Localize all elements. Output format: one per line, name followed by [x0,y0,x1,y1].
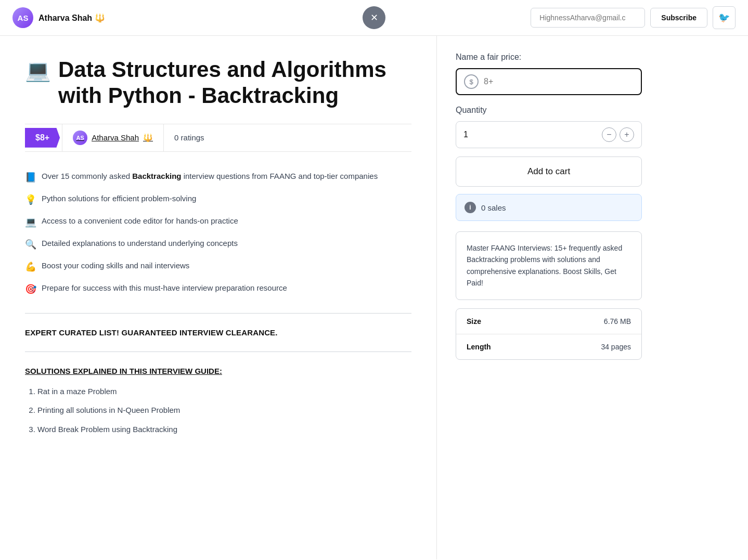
features-list: 📘 Over 15 commonly asked Backtracking in… [25,171,411,296]
header-right: Subscribe 🐦 [531,6,736,29]
author-text: Atharva Shah [38,14,92,22]
feature-3-icon: 💻 [25,215,36,229]
size-value: 6.76 MB [604,317,631,325]
divider-2 [25,351,411,352]
quantity-wrap: 1 − + [456,121,642,148]
product-icon: 💻 [25,58,51,83]
price-input-wrap[interactable]: $ [456,68,642,95]
feature-6: 🎯 Prepare for success with this must-hav… [25,282,411,296]
size-label: Size [467,317,481,325]
feature-1-text: Over 15 commonly asked Backtracking inte… [42,171,378,183]
feature-1: 📘 Over 15 commonly asked Backtracking in… [25,171,411,185]
quantity-controls: − + [602,127,634,142]
header-left: AS Atharva Shah 🔱 [12,7,105,28]
feature-1-icon: 📘 [25,171,36,185]
meta-author[interactable]: AS Atharva Shah 🔱 [62,124,164,151]
ratings: 0 ratings [164,127,215,148]
dollar-sign: $ [469,78,473,86]
description-box: Master FAANG Interviews: 15+ frequently … [456,231,642,300]
header-center: ✕ [363,6,385,29]
feature-5-text: Boost your coding skills and nail interv… [42,260,189,272]
meta-bar: $8+ AS Atharva Shah 🔱 0 ratings [25,124,411,152]
feature-5: 💪 Boost your coding skills and nail inte… [25,260,411,274]
description-text: Master FAANG Interviews: 15+ frequently … [467,244,622,287]
price-input[interactable] [484,77,634,86]
sales-banner: i 0 sales [456,194,642,221]
fair-price-label: Name a fair price: [456,53,642,62]
size-row: Size 6.76 MB [456,309,641,334]
feature-5-icon: 💪 [25,260,36,274]
email-input[interactable] [531,8,645,28]
meta-author-avatar: AS [73,131,87,145]
subscribe-button[interactable]: Subscribe [650,8,707,28]
length-label: Length [467,343,491,351]
product-title-text: Data Structures and Algorithms with Pyth… [58,57,411,109]
quantity-label: Quantity [456,106,642,115]
sales-text: 0 sales [481,203,506,212]
header-author-name: Atharva Shah 🔱 [38,13,105,23]
avatar: AS [12,7,33,28]
dollar-icon: $ [464,74,479,89]
header: AS Atharva Shah 🔱 ✕ Subscribe 🐦 [0,0,748,36]
solution-1: Rat in a maze Problem [37,386,411,398]
quantity-increase-button[interactable]: + [620,127,634,142]
twitter-icon: 🐦 [718,12,730,23]
info-icon: i [465,202,476,213]
meta-table: Size 6.76 MB Length 34 pages [456,308,642,360]
price-badge: $8+ [25,128,60,148]
meta-author-emoji: 🔱 [143,133,153,142]
feature-2: 💡 Python solutions for efficient problem… [25,193,411,207]
feature-4-text: Detailed explanations to understand unde… [42,238,238,250]
feature-6-icon: 🎯 [25,282,36,296]
quantity-decrease-button[interactable]: − [602,127,616,142]
length-value: 34 pages [601,343,631,351]
feature-3: 💻 Access to a convenient code editor for… [25,215,411,229]
solutions-list: Rat in a maze Problem Printing all solut… [25,386,411,436]
product-title: 💻 Data Structures and Algorithms with Py… [25,57,411,109]
feature-2-text: Python solutions for efficient problem-s… [42,193,196,205]
feature-6-text: Prepare for success with this must-have … [42,282,287,294]
sales-label-text: sales [488,203,506,212]
feature-3-text: Access to a convenient code editor for h… [42,215,238,227]
solution-2: Printing all solutions in N-Queen Proble… [37,405,411,416]
twitter-button[interactable]: 🐦 [713,6,736,29]
feature-4: 🔍 Detailed explanations to understand un… [25,238,411,252]
right-panel: Name a fair price: $ Quantity 1 − + Add … [437,36,661,559]
add-to-cart-button[interactable]: Add to cart [456,157,642,187]
meta-author-name: Atharva Shah [92,133,139,142]
solutions-heading: SOLUTIONS EXPLAINED IN THIS INTERVIEW GU… [25,367,411,375]
author-emoji: 🔱 [95,14,105,22]
quantity-value: 1 [463,130,602,139]
feature-2-icon: 💡 [25,193,36,207]
solution-3: Word Break Problem using Backtracking [37,424,411,436]
section-heading: EXPERT CURATED LIST! GUARANTEED INTERVIE… [25,328,411,337]
divider-1 [25,313,411,314]
left-panel: 💻 Data Structures and Algorithms with Py… [0,36,437,559]
sales-count: 0 [481,203,485,212]
feature-4-icon: 🔍 [25,238,36,252]
close-button[interactable]: ✕ [363,6,385,29]
main-container: 💻 Data Structures and Algorithms with Py… [0,36,748,559]
length-row: Length 34 pages [456,334,641,359]
